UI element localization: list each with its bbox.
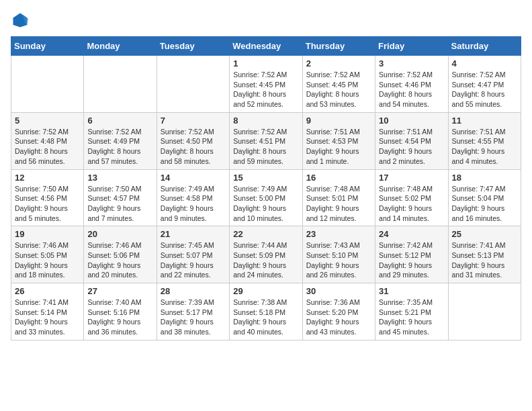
calendar-cell: 11Sunrise: 7:51 AM Sunset: 4:55 PM Dayli… bbox=[448, 112, 521, 169]
day-number: 1 bbox=[233, 58, 298, 68]
calendar-cell: 2Sunrise: 7:52 AM Sunset: 4:45 PM Daylig… bbox=[302, 56, 375, 113]
day-info: Sunrise: 7:51 AM Sunset: 4:54 PM Dayligh… bbox=[379, 127, 444, 167]
calendar-cell: 10Sunrise: 7:51 AM Sunset: 4:54 PM Dayli… bbox=[375, 112, 448, 169]
day-number: 30 bbox=[306, 286, 371, 296]
calendar-cell: 21Sunrise: 7:45 AM Sunset: 5:07 PM Dayli… bbox=[157, 226, 229, 283]
calendar-cell: 6Sunrise: 7:52 AM Sunset: 4:49 PM Daylig… bbox=[84, 112, 157, 169]
calendar-cell: 25Sunrise: 7:41 AM Sunset: 5:13 PM Dayli… bbox=[448, 226, 521, 283]
day-of-week-header: Saturday bbox=[448, 37, 521, 56]
calendar-cell: 22Sunrise: 7:44 AM Sunset: 5:09 PM Dayli… bbox=[230, 226, 302, 283]
day-number: 16 bbox=[306, 173, 371, 183]
calendar-cell: 8Sunrise: 7:52 AM Sunset: 4:51 PM Daylig… bbox=[230, 112, 302, 169]
day-info: Sunrise: 7:49 AM Sunset: 5:00 PM Dayligh… bbox=[233, 184, 298, 224]
day-info: Sunrise: 7:46 AM Sunset: 5:06 PM Dayligh… bbox=[87, 240, 152, 280]
day-info: Sunrise: 7:44 AM Sunset: 5:09 PM Dayligh… bbox=[233, 240, 298, 280]
day-info: Sunrise: 7:49 AM Sunset: 4:58 PM Dayligh… bbox=[161, 184, 226, 224]
day-info: Sunrise: 7:50 AM Sunset: 4:57 PM Dayligh… bbox=[87, 184, 152, 224]
day-number: 17 bbox=[379, 173, 444, 183]
day-info: Sunrise: 7:42 AM Sunset: 5:12 PM Dayligh… bbox=[379, 240, 444, 280]
day-info: Sunrise: 7:52 AM Sunset: 4:51 PM Dayligh… bbox=[233, 127, 298, 167]
day-info: Sunrise: 7:46 AM Sunset: 5:05 PM Dayligh… bbox=[15, 240, 80, 280]
day-info: Sunrise: 7:36 AM Sunset: 5:20 PM Dayligh… bbox=[306, 298, 371, 337]
calendar-cell: 5Sunrise: 7:52 AM Sunset: 4:48 PM Daylig… bbox=[11, 112, 84, 169]
calendar-cell: 1Sunrise: 7:52 AM Sunset: 4:45 PM Daylig… bbox=[230, 56, 302, 113]
day-info: Sunrise: 7:40 AM Sunset: 5:16 PM Dayligh… bbox=[87, 298, 152, 337]
calendar-cell bbox=[11, 56, 84, 113]
calendar-cell: 18Sunrise: 7:47 AM Sunset: 5:04 PM Dayli… bbox=[448, 169, 521, 226]
day-info: Sunrise: 7:52 AM Sunset: 4:45 PM Dayligh… bbox=[306, 70, 371, 109]
day-info: Sunrise: 7:41 AM Sunset: 5:13 PM Dayligh… bbox=[452, 240, 517, 280]
day-info: Sunrise: 7:39 AM Sunset: 5:17 PM Dayligh… bbox=[161, 298, 226, 337]
day-number: 3 bbox=[379, 58, 444, 68]
calendar-cell bbox=[157, 56, 229, 113]
calendar-cell: 30Sunrise: 7:36 AM Sunset: 5:20 PM Dayli… bbox=[302, 283, 375, 340]
day-number: 9 bbox=[306, 116, 371, 126]
calendar-week-row: 1Sunrise: 7:52 AM Sunset: 4:45 PM Daylig… bbox=[11, 56, 521, 113]
header bbox=[11, 11, 521, 30]
day-info: Sunrise: 7:52 AM Sunset: 4:45 PM Dayligh… bbox=[233, 70, 298, 109]
day-of-week-header: Sunday bbox=[11, 37, 84, 56]
day-number: 2 bbox=[306, 58, 371, 68]
day-of-week-header: Friday bbox=[375, 37, 448, 56]
logo-icon bbox=[11, 11, 30, 30]
day-number: 19 bbox=[15, 229, 80, 239]
calendar-cell: 4Sunrise: 7:52 AM Sunset: 4:47 PM Daylig… bbox=[448, 56, 521, 113]
calendar-week-row: 12Sunrise: 7:50 AM Sunset: 4:56 PM Dayli… bbox=[11, 169, 521, 226]
day-info: Sunrise: 7:52 AM Sunset: 4:50 PM Dayligh… bbox=[161, 127, 226, 167]
logo bbox=[11, 11, 32, 30]
day-info: Sunrise: 7:52 AM Sunset: 4:49 PM Dayligh… bbox=[87, 127, 152, 167]
day-info: Sunrise: 7:48 AM Sunset: 5:02 PM Dayligh… bbox=[379, 184, 444, 224]
calendar-cell: 9Sunrise: 7:51 AM Sunset: 4:53 PM Daylig… bbox=[302, 112, 375, 169]
day-number: 18 bbox=[452, 173, 517, 183]
day-number: 4 bbox=[452, 58, 517, 68]
day-number: 20 bbox=[87, 229, 152, 239]
calendar-cell: 3Sunrise: 7:52 AM Sunset: 4:46 PM Daylig… bbox=[375, 56, 448, 113]
day-info: Sunrise: 7:50 AM Sunset: 4:56 PM Dayligh… bbox=[15, 184, 80, 224]
day-number: 24 bbox=[379, 229, 444, 239]
day-number: 6 bbox=[87, 116, 152, 126]
day-info: Sunrise: 7:38 AM Sunset: 5:18 PM Dayligh… bbox=[233, 298, 298, 337]
calendar-cell: 28Sunrise: 7:39 AM Sunset: 5:17 PM Dayli… bbox=[157, 283, 229, 340]
calendar-cell: 17Sunrise: 7:48 AM Sunset: 5:02 PM Dayli… bbox=[375, 169, 448, 226]
calendar-cell bbox=[448, 283, 521, 340]
calendar-cell: 29Sunrise: 7:38 AM Sunset: 5:18 PM Dayli… bbox=[230, 283, 302, 340]
day-info: Sunrise: 7:48 AM Sunset: 5:01 PM Dayligh… bbox=[306, 184, 371, 224]
day-number: 15 bbox=[233, 173, 298, 183]
day-info: Sunrise: 7:43 AM Sunset: 5:10 PM Dayligh… bbox=[306, 240, 371, 280]
day-info: Sunrise: 7:45 AM Sunset: 5:07 PM Dayligh… bbox=[161, 240, 226, 280]
day-info: Sunrise: 7:35 AM Sunset: 5:21 PM Dayligh… bbox=[379, 298, 444, 337]
calendar-cell: 23Sunrise: 7:43 AM Sunset: 5:10 PM Dayli… bbox=[302, 226, 375, 283]
day-number: 29 bbox=[233, 286, 298, 296]
day-number: 23 bbox=[306, 229, 371, 239]
day-info: Sunrise: 7:52 AM Sunset: 4:46 PM Dayligh… bbox=[379, 70, 444, 109]
day-of-week-header: Wednesday bbox=[230, 37, 302, 56]
calendar-header-row: SundayMondayTuesdayWednesdayThursdayFrid… bbox=[11, 37, 521, 56]
calendar-cell: 27Sunrise: 7:40 AM Sunset: 5:16 PM Dayli… bbox=[84, 283, 157, 340]
day-number: 10 bbox=[379, 116, 444, 126]
calendar-cell bbox=[84, 56, 157, 113]
calendar-cell: 14Sunrise: 7:49 AM Sunset: 4:58 PM Dayli… bbox=[157, 169, 229, 226]
calendar-week-row: 26Sunrise: 7:41 AM Sunset: 5:14 PM Dayli… bbox=[11, 283, 521, 340]
calendar-week-row: 19Sunrise: 7:46 AM Sunset: 5:05 PM Dayli… bbox=[11, 226, 521, 283]
day-number: 27 bbox=[87, 286, 152, 296]
day-info: Sunrise: 7:51 AM Sunset: 4:55 PM Dayligh… bbox=[452, 127, 517, 167]
day-number: 14 bbox=[161, 173, 226, 183]
day-number: 11 bbox=[452, 116, 517, 126]
day-info: Sunrise: 7:52 AM Sunset: 4:48 PM Dayligh… bbox=[15, 127, 80, 167]
calendar: SundayMondayTuesdayWednesdayThursdayFrid… bbox=[11, 36, 521, 340]
day-number: 5 bbox=[15, 116, 80, 126]
day-number: 8 bbox=[233, 116, 298, 126]
day-number: 31 bbox=[379, 286, 444, 296]
day-number: 13 bbox=[87, 173, 152, 183]
day-number: 12 bbox=[15, 173, 80, 183]
calendar-cell: 19Sunrise: 7:46 AM Sunset: 5:05 PM Dayli… bbox=[11, 226, 84, 283]
day-info: Sunrise: 7:47 AM Sunset: 5:04 PM Dayligh… bbox=[452, 184, 517, 224]
calendar-cell: 16Sunrise: 7:48 AM Sunset: 5:01 PM Dayli… bbox=[302, 169, 375, 226]
calendar-cell: 31Sunrise: 7:35 AM Sunset: 5:21 PM Dayli… bbox=[375, 283, 448, 340]
day-number: 21 bbox=[161, 229, 226, 239]
day-number: 7 bbox=[161, 116, 226, 126]
calendar-cell: 13Sunrise: 7:50 AM Sunset: 4:57 PM Dayli… bbox=[84, 169, 157, 226]
calendar-cell: 26Sunrise: 7:41 AM Sunset: 5:14 PM Dayli… bbox=[11, 283, 84, 340]
calendar-week-row: 5Sunrise: 7:52 AM Sunset: 4:48 PM Daylig… bbox=[11, 112, 521, 169]
day-info: Sunrise: 7:51 AM Sunset: 4:53 PM Dayligh… bbox=[306, 127, 371, 167]
